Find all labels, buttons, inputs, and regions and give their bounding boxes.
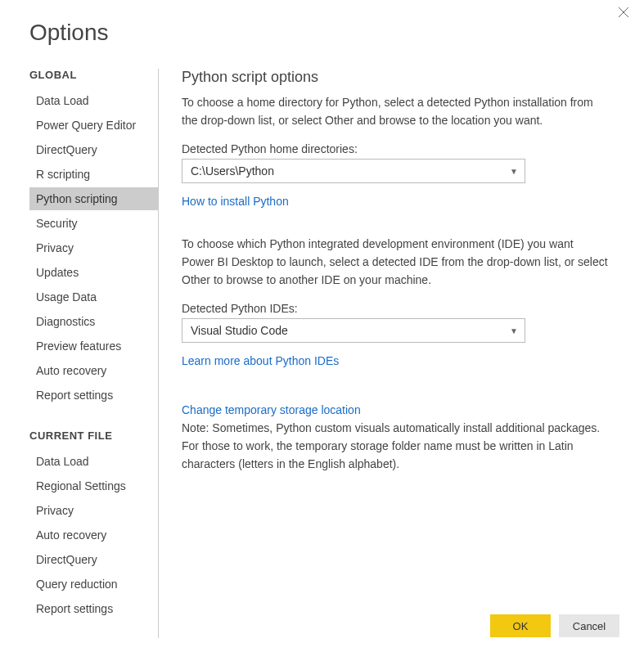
chevron-down-icon: ▼ xyxy=(510,326,518,335)
sidebar-item-preview-features[interactable]: Preview features xyxy=(29,335,158,357)
sidebar-item-cf-privacy[interactable]: Privacy xyxy=(29,499,158,522)
sidebar-item-cf-data-load[interactable]: Data Load xyxy=(29,450,158,473)
sidebar-item-auto-recovery[interactable]: Auto recovery xyxy=(29,359,158,382)
sidebar-item-cf-directquery[interactable]: DirectQuery xyxy=(29,548,158,571)
home-dir-label: Detected Python home directories: xyxy=(182,142,608,155)
ok-button[interactable]: OK xyxy=(490,614,551,637)
sidebar-item-cf-regional-settings[interactable]: Regional Settings xyxy=(29,474,158,497)
sidebar-header-current-file: CURRENT FILE xyxy=(29,429,158,442)
sidebar-item-data-load[interactable]: Data Load xyxy=(29,89,158,112)
content-pane: Python script options To choose a home d… xyxy=(159,69,615,638)
page-heading: Python script options xyxy=(182,69,608,86)
sidebar-item-power-query-editor[interactable]: Power Query Editor xyxy=(29,114,158,137)
sidebar-item-report-settings[interactable]: Report settings xyxy=(29,384,158,407)
close-icon[interactable] xyxy=(618,7,634,23)
ide-select[interactable]: Visual Studio Code ▼ xyxy=(182,318,525,343)
sidebar-item-r-scripting[interactable]: R scripting xyxy=(29,163,158,186)
sidebar-item-usage-data[interactable]: Usage Data xyxy=(29,286,158,308)
sidebar-item-diagnostics[interactable]: Diagnostics xyxy=(29,310,158,333)
install-python-link[interactable]: How to install Python xyxy=(182,195,289,208)
ide-label: Detected Python IDEs: xyxy=(182,302,608,315)
storage-location-link[interactable]: Change temporary storage location xyxy=(182,403,361,416)
home-dir-value: C:\Users\Python xyxy=(191,164,274,178)
cancel-button[interactable]: Cancel xyxy=(559,614,619,637)
sidebar: GLOBAL Data LoadPower Query EditorDirect… xyxy=(29,69,159,638)
sidebar-item-cf-report-settings[interactable]: Report settings xyxy=(29,597,158,620)
footer-buttons: OK Cancel xyxy=(490,614,619,637)
sidebar-item-security[interactable]: Security xyxy=(29,212,158,235)
sidebar-item-privacy[interactable]: Privacy xyxy=(29,236,158,259)
ide-learn-more-link[interactable]: Learn more about Python IDEs xyxy=(182,354,339,367)
sidebar-item-cf-auto-recovery[interactable]: Auto recovery xyxy=(29,524,158,546)
sidebar-item-cf-query-reduction[interactable]: Query reduction xyxy=(29,573,158,596)
storage-note: Note: Sometimes, Python custom visuals a… xyxy=(182,420,608,473)
home-dir-select[interactable]: C:\Users\Python ▼ xyxy=(182,159,525,183)
chevron-down-icon: ▼ xyxy=(510,167,518,176)
sidebar-header-global: GLOBAL xyxy=(29,69,158,81)
ide-intro-text: To choose which Python integrated develo… xyxy=(182,236,608,289)
intro-text: To choose a home directory for Python, s… xyxy=(182,94,608,129)
sidebar-item-updates[interactable]: Updates xyxy=(29,261,158,284)
sidebar-item-directquery[interactable]: DirectQuery xyxy=(29,138,158,161)
sidebar-item-python-scripting[interactable]: Python scripting xyxy=(29,187,158,210)
ide-value: Visual Studio Code xyxy=(191,324,288,337)
window-title: Options xyxy=(0,0,644,46)
